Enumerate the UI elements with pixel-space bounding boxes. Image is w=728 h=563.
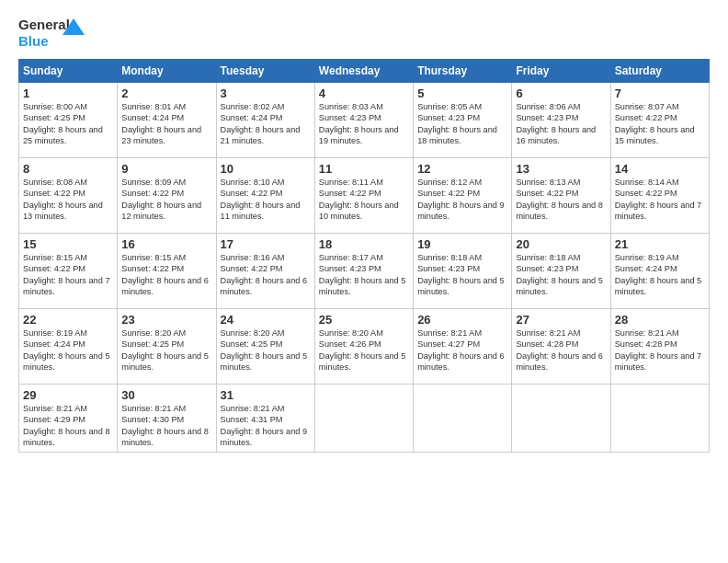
logo: GeneralBlue bbox=[18, 15, 85, 50]
day-number: 17 bbox=[221, 237, 311, 251]
header: GeneralBlue bbox=[18, 15, 710, 50]
calendar-cell: 29Sunrise: 8:21 AMSunset: 4:29 PMDayligh… bbox=[19, 385, 118, 453]
day-info: Sunrise: 8:09 AMSunset: 4:22 PMDaylight:… bbox=[121, 177, 211, 223]
col-header-thursday: Thursday bbox=[414, 60, 512, 83]
day-number: 9 bbox=[121, 162, 211, 176]
calendar-cell: 3Sunrise: 8:02 AMSunset: 4:24 PMDaylight… bbox=[216, 83, 314, 158]
day-info: Sunrise: 8:19 AMSunset: 4:24 PMDaylight:… bbox=[615, 252, 705, 298]
day-info: Sunrise: 8:21 AMSunset: 4:30 PMDaylight:… bbox=[121, 403, 211, 449]
calendar-cell: 4Sunrise: 8:03 AMSunset: 4:23 PMDaylight… bbox=[314, 83, 413, 158]
day-info: Sunrise: 8:07 AMSunset: 4:22 PMDaylight:… bbox=[615, 101, 705, 147]
calendar-cell: 23Sunrise: 8:20 AMSunset: 4:25 PMDayligh… bbox=[118, 309, 216, 385]
day-number: 13 bbox=[516, 162, 606, 176]
calendar-cell: 21Sunrise: 8:19 AMSunset: 4:24 PMDayligh… bbox=[610, 234, 709, 309]
calendar-cell: 7Sunrise: 8:07 AMSunset: 4:22 PMDaylight… bbox=[610, 83, 709, 158]
calendar-cell: 1Sunrise: 8:00 AMSunset: 4:25 PMDaylight… bbox=[19, 83, 118, 158]
logo-svg: GeneralBlue bbox=[18, 15, 85, 50]
calendar-week-row: 8Sunrise: 8:08 AMSunset: 4:22 PMDaylight… bbox=[19, 158, 710, 234]
calendar-cell: 5Sunrise: 8:05 AMSunset: 4:23 PMDaylight… bbox=[414, 83, 512, 158]
day-info: Sunrise: 8:15 AMSunset: 4:22 PMDaylight:… bbox=[121, 252, 211, 298]
calendar-cell: 15Sunrise: 8:15 AMSunset: 4:22 PMDayligh… bbox=[19, 234, 118, 309]
day-number: 28 bbox=[615, 313, 705, 327]
day-number: 6 bbox=[516, 86, 606, 100]
calendar-cell: 25Sunrise: 8:20 AMSunset: 4:26 PMDayligh… bbox=[314, 309, 413, 385]
day-info: Sunrise: 8:01 AMSunset: 4:24 PMDaylight:… bbox=[121, 101, 211, 147]
day-number: 5 bbox=[417, 86, 507, 100]
day-info: Sunrise: 8:21 AMSunset: 4:31 PMDaylight:… bbox=[221, 403, 311, 449]
day-number: 27 bbox=[516, 313, 606, 327]
day-info: Sunrise: 8:14 AMSunset: 4:22 PMDaylight:… bbox=[615, 177, 705, 223]
day-info: Sunrise: 8:17 AMSunset: 4:23 PMDaylight:… bbox=[319, 252, 409, 298]
calendar-cell: 11Sunrise: 8:11 AMSunset: 4:22 PMDayligh… bbox=[314, 158, 413, 234]
col-header-friday: Friday bbox=[512, 60, 610, 83]
day-number: 2 bbox=[121, 86, 211, 100]
calendar-cell: 20Sunrise: 8:18 AMSunset: 4:23 PMDayligh… bbox=[512, 234, 610, 309]
day-info: Sunrise: 8:20 AMSunset: 4:25 PMDaylight:… bbox=[121, 327, 211, 373]
calendar-week-row: 22Sunrise: 8:19 AMSunset: 4:24 PMDayligh… bbox=[19, 309, 710, 385]
day-info: Sunrise: 8:03 AMSunset: 4:23 PMDaylight:… bbox=[319, 101, 409, 147]
day-number: 10 bbox=[221, 162, 311, 176]
day-number: 12 bbox=[417, 162, 507, 176]
day-number: 22 bbox=[23, 313, 113, 327]
calendar-cell: 27Sunrise: 8:21 AMSunset: 4:28 PMDayligh… bbox=[512, 309, 610, 385]
calendar-cell bbox=[512, 385, 610, 453]
day-info: Sunrise: 8:21 AMSunset: 4:28 PMDaylight:… bbox=[516, 327, 606, 373]
day-info: Sunrise: 8:06 AMSunset: 4:23 PMDaylight:… bbox=[516, 101, 606, 147]
day-info: Sunrise: 8:21 AMSunset: 4:28 PMDaylight:… bbox=[615, 327, 705, 373]
calendar-cell: 14Sunrise: 8:14 AMSunset: 4:22 PMDayligh… bbox=[610, 158, 709, 234]
calendar-cell: 13Sunrise: 8:13 AMSunset: 4:22 PMDayligh… bbox=[512, 158, 610, 234]
col-header-sunday: Sunday bbox=[19, 60, 118, 83]
day-info: Sunrise: 8:11 AMSunset: 4:22 PMDaylight:… bbox=[319, 177, 409, 223]
svg-text:Blue: Blue bbox=[18, 33, 49, 49]
calendar-cell: 2Sunrise: 8:01 AMSunset: 4:24 PMDaylight… bbox=[118, 83, 216, 158]
calendar-cell: 31Sunrise: 8:21 AMSunset: 4:31 PMDayligh… bbox=[216, 385, 314, 453]
day-number: 4 bbox=[319, 86, 409, 100]
day-number: 21 bbox=[615, 237, 705, 251]
day-info: Sunrise: 8:13 AMSunset: 4:22 PMDaylight:… bbox=[516, 177, 606, 223]
day-number: 15 bbox=[23, 237, 113, 251]
day-number: 1 bbox=[23, 86, 113, 100]
day-info: Sunrise: 8:05 AMSunset: 4:23 PMDaylight:… bbox=[417, 101, 507, 147]
page: GeneralBlue SundayMondayTuesdayWednesday… bbox=[0, 0, 728, 563]
day-info: Sunrise: 8:20 AMSunset: 4:25 PMDaylight:… bbox=[221, 327, 311, 373]
calendar-cell bbox=[314, 385, 413, 453]
day-info: Sunrise: 8:18 AMSunset: 4:23 PMDaylight:… bbox=[516, 252, 606, 298]
day-number: 25 bbox=[319, 313, 409, 327]
calendar-cell: 10Sunrise: 8:10 AMSunset: 4:22 PMDayligh… bbox=[216, 158, 314, 234]
day-number: 19 bbox=[417, 237, 507, 251]
day-number: 18 bbox=[319, 237, 409, 251]
day-number: 16 bbox=[121, 237, 211, 251]
day-number: 14 bbox=[615, 162, 705, 176]
day-info: Sunrise: 8:16 AMSunset: 4:22 PMDaylight:… bbox=[221, 252, 311, 298]
day-number: 29 bbox=[23, 388, 113, 402]
day-number: 20 bbox=[516, 237, 606, 251]
day-info: Sunrise: 8:21 AMSunset: 4:29 PMDaylight:… bbox=[23, 403, 113, 449]
calendar-cell: 24Sunrise: 8:20 AMSunset: 4:25 PMDayligh… bbox=[216, 309, 314, 385]
calendar-week-row: 1Sunrise: 8:00 AMSunset: 4:25 PMDaylight… bbox=[19, 83, 710, 158]
calendar-cell bbox=[610, 385, 709, 453]
day-number: 3 bbox=[221, 86, 311, 100]
calendar-cell: 28Sunrise: 8:21 AMSunset: 4:28 PMDayligh… bbox=[610, 309, 709, 385]
day-info: Sunrise: 8:12 AMSunset: 4:22 PMDaylight:… bbox=[417, 177, 507, 223]
day-info: Sunrise: 8:19 AMSunset: 4:24 PMDaylight:… bbox=[23, 327, 113, 373]
day-number: 11 bbox=[319, 162, 409, 176]
calendar-week-row: 15Sunrise: 8:15 AMSunset: 4:22 PMDayligh… bbox=[19, 234, 710, 309]
day-info: Sunrise: 8:18 AMSunset: 4:23 PMDaylight:… bbox=[417, 252, 507, 298]
calendar-cell: 19Sunrise: 8:18 AMSunset: 4:23 PMDayligh… bbox=[414, 234, 512, 309]
day-number: 31 bbox=[221, 388, 311, 402]
calendar-cell: 8Sunrise: 8:08 AMSunset: 4:22 PMDaylight… bbox=[19, 158, 118, 234]
col-header-wednesday: Wednesday bbox=[314, 60, 413, 83]
day-info: Sunrise: 8:08 AMSunset: 4:22 PMDaylight:… bbox=[23, 177, 113, 223]
calendar-week-row: 29Sunrise: 8:21 AMSunset: 4:29 PMDayligh… bbox=[19, 385, 710, 453]
calendar-cell: 16Sunrise: 8:15 AMSunset: 4:22 PMDayligh… bbox=[118, 234, 216, 309]
day-info: Sunrise: 8:15 AMSunset: 4:22 PMDaylight:… bbox=[23, 252, 113, 298]
day-number: 8 bbox=[23, 162, 113, 176]
col-header-tuesday: Tuesday bbox=[216, 60, 314, 83]
svg-text:General: General bbox=[18, 17, 70, 32]
calendar-cell: 30Sunrise: 8:21 AMSunset: 4:30 PMDayligh… bbox=[118, 385, 216, 453]
col-header-saturday: Saturday bbox=[610, 60, 709, 83]
calendar-table: SundayMondayTuesdayWednesdayThursdayFrid… bbox=[18, 59, 710, 453]
day-info: Sunrise: 8:10 AMSunset: 4:22 PMDaylight:… bbox=[221, 177, 311, 223]
calendar-cell: 22Sunrise: 8:19 AMSunset: 4:24 PMDayligh… bbox=[19, 309, 118, 385]
day-info: Sunrise: 8:00 AMSunset: 4:25 PMDaylight:… bbox=[23, 101, 113, 147]
